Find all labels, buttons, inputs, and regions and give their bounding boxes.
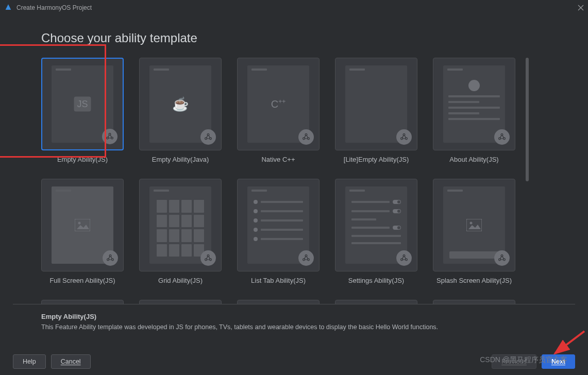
svg-point-0 [109, 133, 111, 135]
svg-point-28 [406, 259, 408, 261]
svg-point-6 [305, 134, 307, 136]
harmonyos-logo-icon [4, 4, 12, 12]
previous-button: Previous [492, 354, 536, 369]
share-badge-icon [396, 129, 412, 145]
share-badge-icon [103, 250, 118, 266]
svg-point-23 [305, 255, 307, 257]
selected-template-description: This Feature Ability template was develo… [41, 323, 575, 331]
template-label: Splash Screen Ability(JS) [436, 277, 512, 284]
svg-point-3 [207, 134, 209, 136]
svg-rect-29 [466, 219, 482, 231]
svg-point-24 [303, 259, 305, 261]
template-label: List Tab Ability(JS) [251, 277, 306, 284]
template-about-ability-js[interactable]: About Ability(JS) [433, 58, 515, 163]
template-empty-ability-js[interactable]: JS Empty Ability(JS) [41, 58, 124, 163]
selected-template-title: Empty Ability(JS) [41, 313, 575, 320]
svg-point-19 [112, 259, 114, 261]
footer-description: Empty Ability(JS) This Feature Ability t… [0, 304, 588, 331]
template-label: Empty Ability(Java) [152, 156, 209, 163]
template-row3-5[interactable] [433, 300, 515, 304]
template-row3-2[interactable] [139, 300, 222, 304]
share-badge-icon [298, 129, 314, 145]
svg-point-10 [401, 138, 403, 140]
svg-point-20 [207, 255, 209, 257]
template-full-screen-ability-js[interactable]: Full Screen Ability(JS) [41, 179, 124, 284]
svg-point-16 [78, 222, 81, 225]
svg-point-25 [308, 259, 310, 261]
svg-point-11 [406, 138, 408, 140]
share-badge-icon [494, 129, 510, 145]
svg-point-30 [470, 222, 473, 225]
share-badge-icon [102, 129, 117, 144]
share-badge-icon [494, 250, 510, 266]
svg-point-13 [499, 138, 501, 140]
template-label: Settings Ability(JS) [348, 277, 404, 284]
template-empty-ability-java[interactable]: ☕ Empty Ability(Java) [139, 58, 222, 163]
svg-point-1 [107, 137, 109, 139]
template-row3-1[interactable] [41, 300, 124, 304]
svg-point-5 [210, 138, 212, 140]
svg-point-27 [401, 259, 403, 261]
template-label: Empty Ability(JS) [57, 156, 108, 163]
template-grid: JS Empty Ability(JS) ☕ Empty Ability(Jav… [41, 58, 515, 304]
template-grid-ability-js[interactable]: Grid Ability(JS) [139, 179, 222, 284]
svg-point-18 [107, 259, 109, 261]
cancel-button[interactable]: Cancel [51, 354, 91, 369]
svg-point-26 [403, 255, 405, 257]
svg-point-32 [499, 259, 501, 261]
share-badge-icon [200, 250, 216, 266]
page-heading: Choose your ability template [41, 31, 557, 45]
template-label: Grid Ability(JS) [158, 277, 203, 284]
close-icon[interactable] [578, 5, 584, 11]
template-row3-3[interactable] [237, 300, 320, 304]
template-settings-ability-js[interactable]: Settings Ability(JS) [335, 179, 417, 284]
svg-point-4 [205, 138, 207, 140]
template-label: Full Screen Ability(JS) [49, 277, 115, 284]
scrollbar-thumb[interactable] [526, 58, 529, 181]
template-native-cpp[interactable]: C++ Native C++ [237, 58, 320, 163]
window-title: Create HarmonyOS Project [16, 4, 578, 11]
next-button[interactable]: Next [542, 354, 575, 369]
template-lite-empty-ability-js[interactable]: [Lite]Empty Ability(JS) [335, 58, 417, 163]
share-badge-icon [298, 250, 314, 266]
svg-point-21 [205, 259, 207, 261]
svg-point-9 [403, 134, 405, 136]
svg-point-8 [308, 138, 310, 140]
button-bar: Help Cancel Previous Next [13, 354, 575, 369]
help-button[interactable]: Help [13, 354, 46, 369]
svg-point-17 [109, 255, 111, 257]
template-label: About Ability(JS) [449, 156, 498, 163]
svg-rect-15 [75, 219, 90, 231]
template-list-tab-ability-js[interactable]: List Tab Ability(JS) [237, 179, 320, 284]
svg-point-7 [303, 138, 305, 140]
template-label: Native C++ [261, 156, 295, 163]
share-badge-icon [396, 250, 412, 266]
template-label: [Lite]Empty Ability(JS) [344, 156, 409, 163]
template-row3-4[interactable] [335, 300, 417, 304]
scrollbar[interactable] [526, 58, 529, 284]
content-area: Choose your ability template JS Empty Ab… [0, 15, 588, 304]
svg-point-2 [111, 137, 113, 139]
svg-point-22 [210, 259, 212, 261]
svg-point-14 [503, 138, 506, 140]
svg-point-12 [501, 134, 503, 136]
share-badge-icon [200, 129, 216, 145]
titlebar: Create HarmonyOS Project [0, 0, 588, 15]
svg-point-31 [501, 255, 503, 257]
svg-point-33 [503, 259, 506, 261]
template-splash-screen-ability-js[interactable]: Splash Screen Ability(JS) [433, 179, 515, 284]
